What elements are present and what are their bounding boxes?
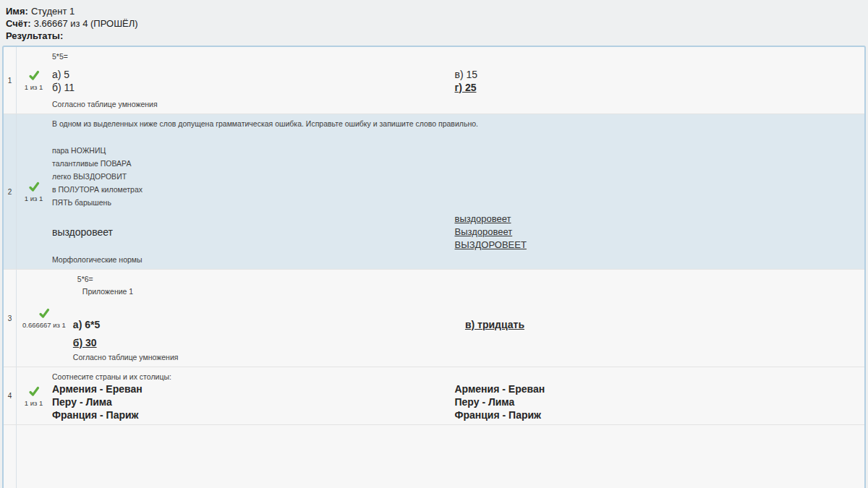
question-number: 3 — [4, 270, 17, 367]
question-content: В одном из выделенных ниже слов допущена… — [48, 114, 864, 269]
options-right-column: в) 15 г) 25 — [455, 68, 858, 94]
correct-answer-option: б) 30 — [73, 336, 465, 349]
question-content: 5*5= а) 5 б) 11 в) 15 г) 25 Согласно таб… — [48, 47, 864, 114]
matching-pair: Франция - Париж — [455, 408, 858, 421]
correct-answers-column: выздоровеет Выздоровеет ВЫЗДОРОВЕЕТ — [455, 213, 858, 252]
answer-option: а) 5 — [52, 68, 455, 81]
check-icon — [28, 181, 40, 192]
question-row-3: 3 0.666667 из 1 5*6= Приложение 1 а) 6*5… — [4, 270, 864, 367]
question-prompt: В одном из выделенных ниже слов допущена… — [52, 119, 857, 129]
matching-pairs-grid: Армения - Ереван Перу - Лима Франция - П… — [52, 382, 857, 421]
options-left-column: а) 5 б) 11 — [52, 68, 455, 94]
correct-answer: Выздоровеет — [455, 226, 858, 239]
question-score: 1 из 1 — [25, 399, 43, 407]
options-left-column: а) 6*5 б) 30 — [73, 318, 465, 349]
question-row-1: 1 1 из 1 5*5= а) 5 б) 11 в) 15 г) 25 — [4, 47, 864, 114]
matching-pair: Франция - Париж — [52, 408, 455, 421]
matching-pair: Армения - Ереван — [455, 382, 858, 395]
results-table: 1 1 из 1 5*5= а) 5 б) 11 в) 15 г) 25 — [2, 46, 866, 488]
quiz-results-page: Имя:Студент 1 Счёт:3.66667 из 4 (ПРОШЁЛ)… — [0, 0, 868, 488]
question-row-2: 2 1 из 1 В одном из выделенных ниже слов… — [4, 114, 864, 270]
question-row-4: 4 1 из 1 Соотнесите страны и их столицы:… — [4, 367, 864, 425]
question-number: 2 — [4, 114, 17, 269]
question-prompt: Соотнесите страны и их столицы: — [52, 372, 857, 382]
question-prompt: 5*5= — [52, 52, 857, 61]
name-value: Студент 1 — [31, 6, 75, 17]
question-score-cell: 0.666667 из 1 — [17, 270, 69, 367]
question-content: 5*6= Приложение 1 а) 6*5 б) 30 в) тридца… — [69, 270, 864, 367]
score-label: Счёт: — [6, 18, 31, 29]
check-icon — [28, 69, 40, 81]
check-icon — [38, 307, 50, 319]
correct-answer: ВЫЗДОРОВЕЕТ — [455, 239, 858, 252]
check-icon — [28, 385, 40, 397]
correct-answer: выздоровеет — [455, 213, 858, 226]
student-answer: выздоровеет — [52, 226, 113, 238]
question-score: 1 из 1 — [25, 83, 43, 91]
score-line: Счёт:3.66667 из 4 (ПРОШЁЛ) — [6, 17, 862, 30]
score-value: 3.66667 из 4 (ПРОШЁЛ) — [34, 18, 138, 29]
correct-answer-option: г) 25 — [455, 81, 858, 94]
question-score-cell: 1 из 1 — [17, 47, 48, 114]
empty-row — [4, 425, 864, 488]
answer-option: в) 15 — [455, 68, 858, 81]
options-grid: а) 6*5 б) 30 в) тридцать — [73, 318, 857, 349]
empty-number-cell — [4, 425, 17, 488]
word-list-item: ПЯТЬ барышень — [52, 196, 857, 209]
options-right-column: в) тридцать — [465, 318, 857, 349]
question-topic: Согласно таблице умножения — [52, 100, 857, 109]
name-line: Имя:Студент 1 — [6, 5, 862, 17]
matching-pair: Перу - Лима — [455, 395, 858, 408]
answer-option: б) 11 — [52, 81, 455, 94]
results-label: Результаты: — [6, 30, 862, 42]
question-score-cell: 1 из 1 — [17, 114, 48, 269]
answer-option: а) 6*5 — [73, 318, 465, 331]
question-number: 1 — [4, 47, 17, 114]
question-number: 4 — [4, 367, 17, 424]
word-list-item: пара НОЖНИЦ — [52, 144, 857, 157]
name-label: Имя: — [6, 6, 28, 17]
correct-pairs-column: Армения - Ереван Перу - Лима Франция - П… — [455, 382, 858, 421]
question-topic: Морфологические нормы — [52, 255, 857, 265]
answers-grid: выздоровеет выздоровеет Выздоровеет ВЫЗД… — [52, 213, 857, 252]
matching-pair: Перу - Лима — [52, 395, 455, 408]
question-topic: Согласно таблице умножения — [73, 353, 857, 362]
word-list-item: легко ВЫЗДОРОВИТ — [52, 170, 857, 183]
matching-pair: Армения - Ереван — [52, 382, 455, 395]
student-pairs-column: Армения - Ереван Перу - Лима Франция - П… — [52, 382, 455, 421]
question-score: 1 из 1 — [25, 194, 43, 202]
correct-answer-option: в) тридцать — [465, 318, 857, 331]
word-list-item: талантливые ПОВАРА — [52, 157, 857, 170]
attachment-link: Приложение 1 — [73, 287, 857, 296]
word-list: пара НОЖНИЦ талантливые ПОВАРА легко ВЫЗ… — [52, 144, 857, 209]
question-prompt: 5*6= — [73, 275, 857, 284]
student-answer-column: выздоровеет — [52, 213, 455, 252]
question-content: Соотнесите страны и их столицы: Армения … — [48, 367, 864, 424]
question-score-cell: 1 из 1 — [17, 367, 48, 424]
question-score: 0.666667 из 1 — [22, 321, 66, 329]
report-header: Имя:Студент 1 Счёт:3.66667 из 4 (ПРОШЁЛ)… — [2, 4, 866, 46]
word-list-item: в ПОЛУТОРА километрах — [52, 183, 857, 196]
options-grid: а) 5 б) 11 в) 15 г) 25 — [52, 68, 857, 94]
